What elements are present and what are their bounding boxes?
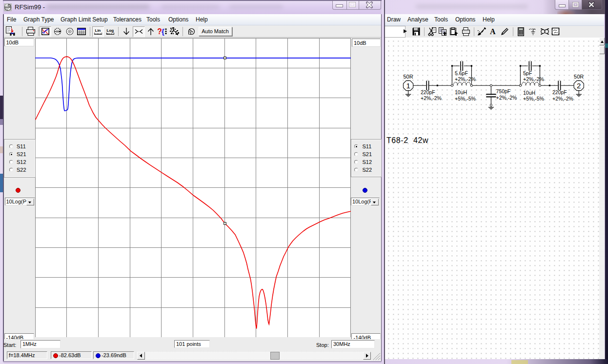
svg-text:+5%,-5%: +5%,-5% [455, 96, 476, 101]
svg-text:+2%,-2%: +2%,-2% [455, 76, 476, 82]
svg-text:220pF: 220pF [552, 89, 567, 95]
svg-text:+2%,-2%: +2%,-2% [523, 76, 544, 82]
svg-text:+5%,-5%: +5%,-5% [523, 96, 544, 101]
svg-text:10uH: 10uH [455, 89, 467, 95]
svg-text:5.6pF: 5.6pF [455, 70, 468, 76]
svg-text:750pF: 750pF [496, 88, 511, 94]
svg-text:1: 1 [406, 81, 410, 90]
svg-text:50R: 50R [574, 74, 584, 80]
svg-text:5pF: 5pF [523, 70, 532, 76]
svg-text:T68-2 42w: T68-2 42w [386, 136, 428, 144]
svg-text:Log: Log [106, 28, 114, 33]
svg-text:Lin: Lin [95, 28, 101, 33]
svg-text:+2%,-2%: +2%,-2% [421, 95, 442, 101]
svg-text:2: 2 [577, 81, 581, 90]
svg-text:+2%,-2%: +2%,-2% [496, 95, 517, 101]
svg-text:50R: 50R [404, 74, 413, 80]
svg-text:{: { [162, 27, 164, 36]
svg-text:10uH: 10uH [523, 90, 535, 96]
svg-text:220pF: 220pF [421, 89, 435, 95]
svg-text:+2%,-2%: +2%,-2% [552, 96, 573, 101]
